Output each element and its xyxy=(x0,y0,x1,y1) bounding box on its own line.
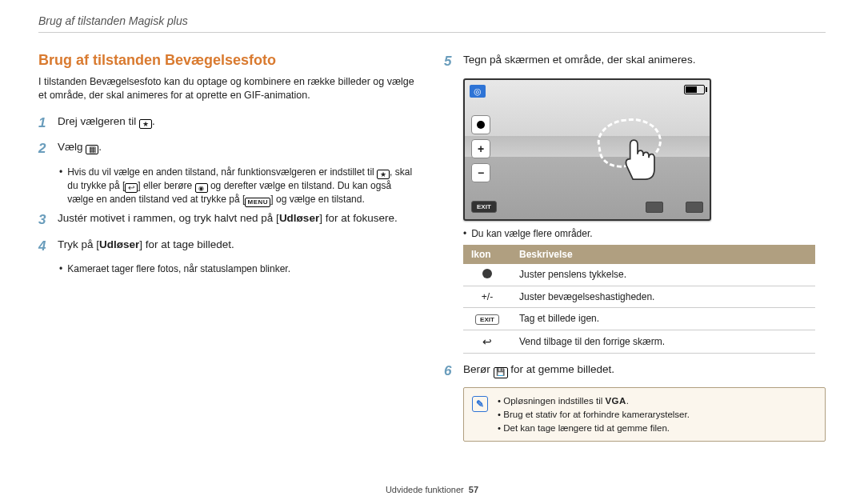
back-button-icon xyxy=(125,183,138,193)
breadcrumb: Brug af tilstanden Magisk plus xyxy=(38,14,826,33)
mode-dial-star-icon xyxy=(139,119,152,129)
section-intro: I tilstanden Bevægelsesfoto kan du optag… xyxy=(38,75,420,102)
step-4-sub: Kameraet tager flere fotos, når statusla… xyxy=(59,262,420,275)
speed-minus-button[interactable]: − xyxy=(471,163,490,182)
step-number: 1 xyxy=(38,114,53,134)
table-row: +/- Juster bevægelseshastigheden. xyxy=(463,286,815,307)
step-6: 6 Berør for at gemme billedet. xyxy=(444,362,826,382)
step-number: 6 xyxy=(444,362,458,382)
icon-description-table: Ikon Beskrivelse Juster penslens tykkels… xyxy=(463,245,815,354)
step-1: 1 Drej vælgeren til . xyxy=(38,114,420,134)
step-number: 4 xyxy=(38,237,53,257)
plus-minus-icon: +/- xyxy=(463,286,511,307)
preview-save-button[interactable] xyxy=(686,202,703,213)
right-column: 5 Tegn på skærmen et område, der skal an… xyxy=(444,52,826,442)
preview-side-controls: + − xyxy=(471,115,490,182)
step-1-text-a: Drej vælgeren til xyxy=(58,115,139,127)
step-2-text-a: Vælg xyxy=(58,141,86,153)
step-5: 5 Tegn på skærmen et område, der skal an… xyxy=(444,52,826,72)
step-4: 4 Tryk på [Udløser] for at tage billedet… xyxy=(38,237,420,257)
step-number: 2 xyxy=(38,139,53,159)
info-icon: ✎ xyxy=(472,396,488,412)
return-arrow-icon: ↩ xyxy=(463,330,511,353)
brush-size-button[interactable] xyxy=(471,115,490,134)
note-item: Brug et stativ for at forhindre kamerary… xyxy=(498,408,817,422)
shutter-label: Udløser xyxy=(279,212,319,224)
section-title: Brug af tilstanden Bevægelsesfoto xyxy=(38,52,420,69)
save-icon xyxy=(494,367,508,378)
exit-icon: EXIT xyxy=(463,307,511,330)
screen-preview: + − EXIT xyxy=(463,78,711,221)
preview-undo-button[interactable] xyxy=(646,202,663,213)
shutter-label: Udløser xyxy=(99,238,139,250)
step-5-sub: Du kan vælge flere områder. xyxy=(463,227,826,240)
table-row: EXIT Tag et billede igen. xyxy=(463,307,815,330)
note-item: Opløsningen indstilles til VGA. xyxy=(498,394,817,408)
left-column: Brug af tilstanden Bevægelsesfoto I tils… xyxy=(38,52,420,442)
table-header-icon: Ikon xyxy=(463,245,511,264)
step-2-note: Hvis du vil vælge en anden tilstand, når… xyxy=(59,166,420,207)
motion-photo-mode-icon xyxy=(86,145,98,154)
vga-label: VGA xyxy=(605,396,626,406)
breadcrumb-text: Brug af tilstanden Magisk plus xyxy=(38,14,188,27)
step-1-text-b: . xyxy=(152,115,155,127)
step-number: 5 xyxy=(444,52,458,72)
table-row: Juster penslens tykkelse. xyxy=(463,264,815,286)
battery-icon xyxy=(684,85,705,94)
step-2: 2 Vælg . xyxy=(38,139,420,159)
mode-touch-icon xyxy=(195,183,208,193)
page-number: 57 xyxy=(469,485,478,494)
preview-mode-icon xyxy=(470,85,486,98)
speed-plus-button[interactable]: + xyxy=(471,139,490,158)
touch-hand-icon xyxy=(610,128,666,184)
menu-button-icon: MENU xyxy=(245,198,270,207)
note-item: Det kan tage længere tid at gemme filen. xyxy=(498,422,817,435)
table-header-desc: Beskrivelse xyxy=(511,245,815,264)
mode-dial-star-icon xyxy=(377,170,390,179)
step-number: 3 xyxy=(38,210,53,230)
preview-exit-button[interactable]: EXIT xyxy=(471,201,497,213)
table-row: ↩ Vend tilbage til den forrige skærm. xyxy=(463,330,815,353)
step-2-text-b: . xyxy=(98,141,102,153)
info-note-box: ✎ Opløsningen indstilles til VGA. Brug e… xyxy=(463,387,826,442)
brush-dot-icon xyxy=(463,264,511,286)
page-footer: Udvidede funktioner 57 xyxy=(0,485,864,494)
step-3: 3 Justér motivet i rammen, og tryk halvt… xyxy=(38,210,420,230)
